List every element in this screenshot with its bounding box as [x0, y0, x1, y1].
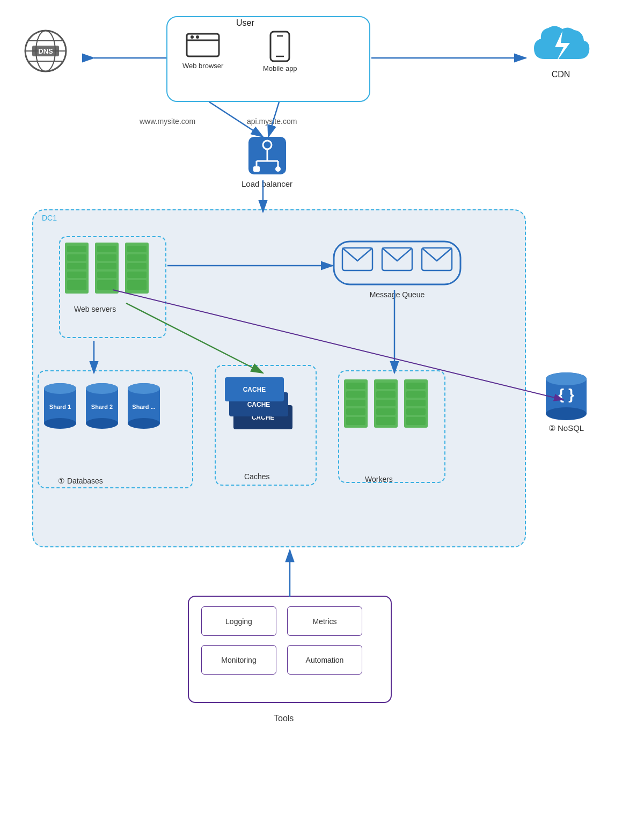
message-queue-label: Message Queue: [333, 290, 462, 299]
user-label: User: [236, 18, 254, 28]
api-url: api.mysite.com: [247, 117, 297, 126]
svg-rect-21: [253, 166, 260, 172]
svg-rect-62: [346, 391, 365, 398]
svg-rect-24: [67, 246, 86, 252]
automation-tool: Automation: [287, 645, 362, 675]
dns-icon: DNS: [21, 27, 70, 75]
svg-point-47: [44, 418, 76, 429]
cdn-label: CDN: [552, 70, 570, 79]
svg-point-53: [86, 383, 118, 394]
svg-text:Shard 2: Shard 2: [91, 404, 113, 410]
databases-icons: Shard 1 Shard 2 Shard ...: [42, 381, 162, 432]
svg-rect-67: [376, 383, 396, 389]
svg-rect-34: [97, 280, 116, 290]
nosql-icon: { } ② NoSQL: [542, 370, 590, 433]
svg-rect-77: [406, 417, 426, 425]
svg-text:Shard ...: Shard ...: [132, 404, 155, 410]
nosql-label: ② NoSQL: [548, 423, 584, 433]
svg-rect-40: [127, 280, 147, 290]
svg-rect-37: [127, 254, 147, 261]
svg-rect-68: [376, 391, 396, 398]
www-url: www.mysite.com: [140, 117, 195, 126]
databases-label: ① Databases: [58, 477, 103, 485]
webservers-label: Web servers: [74, 305, 116, 313]
load-balancer-label: Load balancer: [241, 179, 292, 188]
svg-point-11: [196, 35, 199, 39]
svg-rect-25: [67, 254, 86, 261]
caches-label: Caches: [244, 472, 269, 481]
svg-rect-27: [67, 272, 86, 278]
workers-label: Workers: [365, 475, 393, 484]
svg-point-57: [128, 418, 160, 429]
cache-label-2: CACHE: [247, 401, 270, 408]
workers-icons: [342, 378, 429, 429]
monitoring-tool: Monitoring: [201, 645, 276, 675]
metrics-tool: Metrics: [287, 606, 362, 636]
caches-icons: CACHE CACHE CACHE: [223, 373, 309, 459]
svg-point-22: [275, 166, 281, 172]
svg-point-48: [44, 383, 76, 394]
svg-rect-36: [127, 246, 147, 252]
svg-point-58: [128, 383, 160, 394]
svg-rect-61: [346, 383, 365, 389]
svg-rect-38: [127, 263, 147, 269]
svg-rect-74: [406, 391, 426, 398]
message-queue-wrap: Message Queue: [333, 240, 462, 299]
svg-point-52: [86, 418, 118, 429]
svg-rect-63: [346, 400, 365, 406]
logging-tool: Logging: [201, 606, 276, 636]
svg-rect-26: [67, 263, 86, 269]
architecture-diagram: DNS CDN User Web browser Mobile app: [0, 0, 644, 813]
tools-label: Tools: [274, 714, 294, 723]
svg-rect-30: [97, 246, 116, 252]
load-balancer-icon: Load balancer: [241, 134, 292, 188]
svg-rect-28: [67, 280, 86, 290]
svg-rect-75: [406, 400, 426, 406]
svg-point-81: [546, 372, 587, 385]
svg-rect-71: [376, 417, 396, 425]
mobile-app-label: Mobile app: [263, 64, 297, 72]
mobile-app-icon: Mobile app: [263, 30, 297, 72]
svg-rect-69: [376, 400, 396, 406]
svg-text:Shard 1: Shard 1: [49, 404, 71, 410]
svg-rect-64: [346, 408, 365, 415]
cache-label-1: CACHE: [243, 386, 266, 393]
svg-rect-76: [406, 408, 426, 415]
svg-rect-65: [346, 417, 365, 425]
svg-rect-73: [406, 383, 426, 389]
dc1-label: DC1: [42, 214, 57, 222]
svg-point-80: [546, 407, 587, 420]
svg-rect-33: [97, 272, 116, 278]
svg-text:DNS: DNS: [38, 47, 53, 55]
svg-rect-70: [376, 408, 396, 415]
cdn-icon: CDN: [531, 20, 590, 79]
svg-point-10: [191, 35, 194, 39]
svg-rect-31: [97, 254, 116, 261]
svg-text:{ }: { }: [558, 386, 574, 402]
webservers-icons: [63, 241, 150, 295]
web-browser-icon: Web browser: [182, 30, 223, 70]
svg-rect-32: [97, 263, 116, 269]
svg-rect-39: [127, 272, 147, 278]
web-browser-label: Web browser: [182, 62, 223, 70]
